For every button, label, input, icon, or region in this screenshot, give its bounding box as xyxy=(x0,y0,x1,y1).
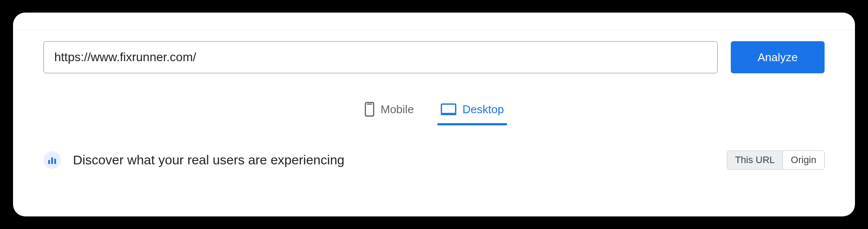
device-tabs: Mobile Desktop xyxy=(13,98,855,124)
svg-rect-6 xyxy=(54,159,56,164)
tab-mobile-label: Mobile xyxy=(381,103,414,116)
scope-toggle: This URL Origin xyxy=(727,150,825,170)
tab-desktop-label: Desktop xyxy=(462,103,504,116)
discover-heading: Discover what your real users are experi… xyxy=(73,153,344,167)
tab-mobile[interactable]: Mobile xyxy=(362,98,417,124)
header-spacer xyxy=(13,13,855,30)
analyze-button[interactable]: Analyze xyxy=(731,41,825,73)
search-row: Analyze xyxy=(13,30,855,73)
mobile-icon xyxy=(364,102,375,117)
scope-this-url-button[interactable]: This URL xyxy=(727,151,783,169)
discover-row: Discover what your real users are experi… xyxy=(13,150,855,170)
scope-origin-button[interactable]: Origin xyxy=(782,151,824,169)
svg-rect-5 xyxy=(51,157,53,164)
discover-left: Discover what your real users are experi… xyxy=(43,151,344,169)
svg-rect-2 xyxy=(442,104,456,114)
pagespeed-card: Analyze Mobile Desktop xyxy=(13,13,855,216)
url-input[interactable] xyxy=(43,41,718,73)
tab-desktop[interactable]: Desktop xyxy=(438,98,506,124)
svg-rect-4 xyxy=(48,160,50,164)
chart-bars-icon xyxy=(43,151,61,169)
desktop-icon xyxy=(441,103,456,115)
